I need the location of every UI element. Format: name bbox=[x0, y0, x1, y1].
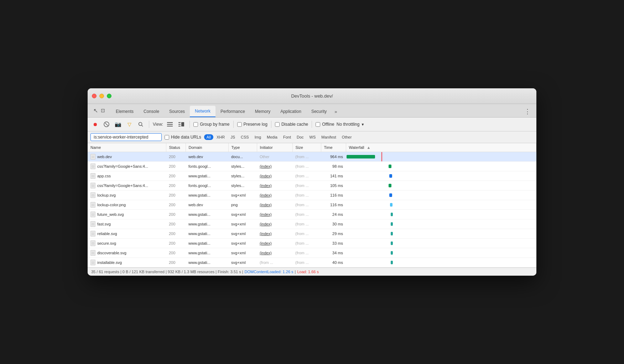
cell-domain: fonts.googl... bbox=[186, 181, 228, 191]
table-row[interactable]: □ future_web.svg 200 www.gstati... svg+x… bbox=[88, 210, 536, 219]
cell-initiator: Other bbox=[257, 152, 292, 162]
view-list-button[interactable] bbox=[165, 120, 175, 129]
separator1 bbox=[149, 121, 149, 128]
filter-xhr-button[interactable]: XHR bbox=[214, 134, 227, 140]
preserve-log-checkbox[interactable] bbox=[237, 122, 242, 127]
table-row[interactable]: □ web.dev 200 web.dev docu... Other (fro… bbox=[88, 152, 536, 162]
initiator-link[interactable]: (index) bbox=[260, 164, 272, 168]
cell-name: □ reliable.svg bbox=[88, 229, 166, 239]
cell-initiator: (from ... bbox=[257, 258, 292, 267]
tab-sources[interactable]: Sources bbox=[164, 106, 190, 117]
table-row[interactable]: □ lockup-color.png 200 web.dev png (inde… bbox=[88, 200, 536, 210]
filter-ws-button[interactable]: WS bbox=[307, 134, 318, 140]
waterfall-bar bbox=[389, 184, 391, 187]
table-row[interactable]: □ fast.svg 200 www.gstati... svg+xml (in… bbox=[88, 219, 536, 229]
filter-css-button[interactable]: CSS bbox=[238, 134, 251, 140]
preserve-log-toggle[interactable]: Preserve log bbox=[237, 122, 267, 127]
table-row[interactable]: □ css?family=Google+Sans:4... 200 fonts.… bbox=[88, 181, 536, 191]
initiator-link[interactable]: (index) bbox=[260, 241, 272, 245]
table-row[interactable]: □ lockup.svg 200 www.gstati... svg+xml (… bbox=[88, 191, 536, 200]
cell-initiator: (index) bbox=[257, 248, 292, 258]
cell-name: □ app.css bbox=[88, 171, 166, 181]
more-tabs-button[interactable]: » bbox=[332, 106, 340, 117]
search-button[interactable] bbox=[136, 120, 145, 129]
cell-domain: web.dev bbox=[186, 200, 228, 210]
cell-name: □ lockup.svg bbox=[88, 191, 166, 200]
filter-icon[interactable]: ▽ bbox=[125, 120, 134, 129]
cell-size: (from ... bbox=[292, 229, 321, 239]
group-by-frame-toggle[interactable]: Group by frame bbox=[193, 122, 229, 127]
cell-size: (from ... bbox=[292, 152, 321, 162]
file-icon: □ bbox=[90, 231, 95, 236]
view-detail-button[interactable] bbox=[177, 120, 186, 129]
cell-initiator: (index) bbox=[257, 181, 292, 191]
table-row[interactable]: □ app.css 200 www.gstati... styles... (i… bbox=[88, 171, 536, 181]
devtools-menu-button[interactable]: ⋮ bbox=[521, 106, 534, 117]
initiator-link[interactable]: (index) bbox=[260, 212, 272, 217]
close-button[interactable] bbox=[92, 94, 97, 98]
status-separator: | bbox=[295, 270, 296, 274]
tab-application[interactable]: Application bbox=[275, 106, 306, 117]
cell-waterfall bbox=[346, 171, 536, 181]
svg-rect-7 bbox=[178, 122, 181, 123]
cell-type: svg+xml bbox=[228, 191, 257, 200]
table-row[interactable]: □ secure.svg 200 www.gstati... svg+xml (… bbox=[88, 239, 536, 248]
group-by-frame-checkbox[interactable] bbox=[193, 122, 198, 127]
cell-initiator: (index) bbox=[257, 191, 292, 200]
col-header-waterfall[interactable]: Waterfall ▲ bbox=[346, 143, 536, 152]
col-header-type[interactable]: Type bbox=[228, 143, 257, 152]
filter-all-button[interactable]: All bbox=[204, 134, 213, 140]
initiator-link[interactable]: (index) bbox=[260, 203, 272, 207]
offline-toggle[interactable]: Offline bbox=[316, 122, 334, 127]
clear-button[interactable] bbox=[102, 120, 111, 129]
col-header-time[interactable]: Time bbox=[321, 143, 346, 152]
camera-button[interactable]: 📷 bbox=[113, 120, 123, 129]
col-header-status[interactable]: Status bbox=[166, 143, 186, 152]
filter-manifest-button[interactable]: Manifest bbox=[319, 134, 339, 140]
svg-line-1 bbox=[105, 123, 108, 126]
filter-js-button[interactable]: JS bbox=[228, 134, 238, 140]
tab-performance[interactable]: Performance bbox=[215, 106, 250, 117]
cell-time: 34 ms bbox=[321, 248, 346, 258]
disable-cache-checkbox[interactable] bbox=[275, 122, 280, 127]
cell-time: 141 ms bbox=[321, 171, 346, 181]
table-row[interactable]: □ css?family=Google+Sans:4... 200 fonts.… bbox=[88, 162, 536, 171]
search-icon bbox=[138, 122, 143, 127]
table-row[interactable]: □ reliable.svg 200 www.gstati... svg+xml… bbox=[88, 229, 536, 239]
initiator-link[interactable]: (index) bbox=[260, 232, 272, 236]
filter-input[interactable] bbox=[90, 133, 162, 141]
initiator-link[interactable]: (index) bbox=[260, 183, 272, 188]
initiator-link[interactable]: (index) bbox=[260, 193, 272, 197]
tab-memory[interactable]: Memory bbox=[250, 106, 275, 117]
hide-data-urls-toggle[interactable]: Hide data URLs bbox=[165, 135, 201, 140]
minimize-button[interactable] bbox=[99, 94, 104, 98]
tab-elements[interactable]: Elements bbox=[111, 106, 139, 117]
disable-cache-toggle[interactable]: Disable cache bbox=[275, 122, 308, 127]
tab-console[interactable]: Console bbox=[139, 106, 164, 117]
table-row[interactable]: □ discoverable.svg 200 www.gstati... svg… bbox=[88, 248, 536, 258]
initiator-link[interactable]: (index) bbox=[260, 251, 272, 255]
device-icon[interactable]: ⊡ bbox=[101, 108, 105, 113]
tab-network[interactable]: Network bbox=[190, 106, 215, 117]
cursor-icon[interactable]: ↖ bbox=[93, 107, 98, 114]
offline-checkbox[interactable] bbox=[316, 122, 320, 127]
cell-size: (from ... bbox=[292, 239, 321, 248]
maximize-button[interactable] bbox=[107, 94, 111, 98]
initiator-link[interactable]: (index) bbox=[260, 174, 272, 178]
filter-other-button[interactable]: Other bbox=[339, 134, 354, 140]
table-row[interactable]: □ installable.svg 200 www.gstati... svg+… bbox=[88, 258, 536, 267]
col-header-name[interactable]: Name bbox=[88, 143, 166, 152]
filter-font-button[interactable]: Font bbox=[281, 134, 293, 140]
filter-doc-button[interactable]: Doc bbox=[294, 134, 306, 140]
record-button[interactable]: ⏺ bbox=[90, 120, 100, 129]
cell-time: 30 ms bbox=[321, 219, 346, 229]
col-header-initiator[interactable]: Initiator bbox=[257, 143, 292, 152]
initiator-link[interactable]: (index) bbox=[260, 222, 272, 226]
hide-data-urls-checkbox[interactable] bbox=[165, 135, 169, 140]
filter-media-button[interactable]: Media bbox=[264, 134, 280, 140]
filter-img-button[interactable]: Img bbox=[252, 134, 264, 140]
tab-security[interactable]: Security bbox=[306, 106, 332, 117]
col-header-domain[interactable]: Domain bbox=[186, 143, 228, 152]
throttle-dropdown[interactable]: No throttling ▼ bbox=[337, 122, 365, 127]
col-header-size[interactable]: Size bbox=[292, 143, 321, 152]
